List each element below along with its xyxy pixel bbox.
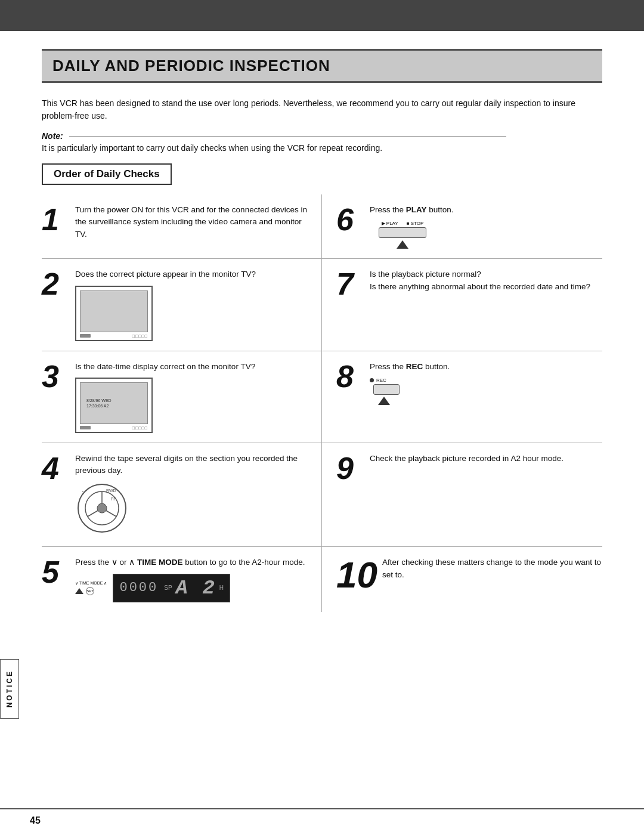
step-10-text: After checking these matters change to t… <box>382 556 602 581</box>
top-bar <box>0 0 644 31</box>
display-sp: SP <box>164 585 172 591</box>
step-number-7: 7 <box>336 268 365 299</box>
tv-bottom: □□□□□ <box>76 332 151 340</box>
display-screen: 0000 SP A 2 H <box>113 574 230 602</box>
timemode-controls: ∨ TIME MODE ∧ SET <box>75 581 107 595</box>
step-3-text: Is the date-time display correct on the … <box>75 361 309 373</box>
note-text: It is particularly important to carry ou… <box>42 143 602 153</box>
step-5-content: Press the ∨ or ∧ TIME MODE button to go … <box>75 556 309 602</box>
bottom-border <box>0 808 644 809</box>
play-stop-button <box>379 227 426 238</box>
step-7: 7 Is the playback picture normal?Is ther… <box>322 258 602 350</box>
step-number-4: 4 <box>42 453 70 484</box>
step-2-text: Does the correct picture appear in the m… <box>75 268 309 280</box>
main-content: DAILY AND PERIODIC INSPECTION This VCR h… <box>0 31 644 636</box>
step-10: 10 After checking these matters change t… <box>322 546 602 611</box>
timemode-illustration: ∨ TIME MODE ∧ SET 0000 SP A 2 H <box>75 574 309 602</box>
stop-label: ■ STOP <box>407 221 424 226</box>
timemode-labels: ∨ TIME MODE ∧ <box>75 581 107 586</box>
play-stop-illustration: ▶ PLAY ■ STOP <box>370 221 435 249</box>
step-number-8: 8 <box>336 361 365 392</box>
step-9-content: Check the playback picture recorded in A… <box>370 453 602 469</box>
svg-text:RWD: RWD <box>106 488 116 493</box>
rec-illustration: REC <box>370 378 602 405</box>
order-box-title: Order of Daily Checks <box>54 168 160 180</box>
set-arrow: SET <box>75 587 94 595</box>
step-6: 6 Press the PLAY button. ▶ PLAY ■ STOP <box>322 194 602 258</box>
timemode-label-text: ∨ TIME MODE ∧ <box>75 581 107 586</box>
step-7-content: Is the playback picture normal?Is there … <box>370 268 602 298</box>
rec-dot-icon <box>370 378 374 382</box>
reel-illustration: ← RWD FF <box>75 481 129 535</box>
rec-button <box>373 384 400 395</box>
rec-arrow-icon <box>378 397 390 405</box>
tv-counter: □□□□□ <box>132 334 148 338</box>
display-big: A 2 <box>176 577 216 599</box>
note-label: Note: <box>42 131 63 141</box>
step-number-9: 9 <box>336 453 365 484</box>
display-h: H <box>219 585 224 591</box>
tv-date-overlay: 8/28/96 WED17:30:06 A2 <box>86 398 112 409</box>
play-label: ▶ PLAY <box>382 221 398 226</box>
step-5: 5 Press the ∨ or ∧ TIME MODE button to g… <box>42 546 322 611</box>
step-number-5: 5 <box>42 556 70 587</box>
step-2: 2 Does the correct picture appear in the… <box>42 258 322 350</box>
tv-btn <box>80 334 91 338</box>
note-section: Note: It is particularly important to ca… <box>42 131 602 153</box>
notice-text: NOTICE <box>5 670 14 707</box>
order-box: Order of Daily Checks <box>42 163 172 185</box>
intro-text: This VCR has been designed to stand the … <box>42 97 602 122</box>
play-arrow-icon <box>397 240 408 249</box>
tv-screen <box>80 290 148 332</box>
step-1: 1 Turn the power ON for this VCR and for… <box>42 194 322 258</box>
step-1-text: Turn the power ON for this VCR and for t… <box>75 204 309 240</box>
note-divider <box>69 137 506 137</box>
step-number-10: 10 <box>336 556 377 593</box>
step-1-content: Turn the power ON for this VCR and for t… <box>75 204 309 245</box>
step-number-1: 1 <box>42 204 70 235</box>
tv-blank-illustration: □□□□□ <box>75 286 153 341</box>
step-8-text: Press the REC button. <box>370 361 602 373</box>
step-7-text: Is the playback picture normal?Is there … <box>370 268 602 293</box>
step-9-text: Check the playback picture recorded in A… <box>370 453 602 465</box>
tv-date-screen: 8/28/96 WED17:30:06 A2 <box>80 382 148 424</box>
step-2-content: Does the correct picture appear in the m… <box>75 268 309 341</box>
rec-label: REC <box>370 378 386 383</box>
step-3-content: Is the date-time display correct on the … <box>75 361 309 433</box>
step-10-content: After checking these matters change to t… <box>382 556 602 586</box>
play-stop-labels: ▶ PLAY ■ STOP <box>382 221 424 226</box>
step-number-2: 2 <box>42 268 70 299</box>
tv-date-illustration: 8/28/96 WED17:30:06 A2 □□□□□ <box>75 378 153 433</box>
step-9: 9 Check the playback picture recorded in… <box>322 443 602 547</box>
page-number: 45 <box>30 815 41 826</box>
step-8-content: Press the REC button. REC <box>370 361 602 405</box>
page-title: DAILY AND PERIODIC INSPECTION <box>52 57 592 75</box>
tv-date-btn <box>80 426 91 429</box>
step-6-content: Press the PLAY button. ▶ PLAY ■ STOP <box>370 204 602 249</box>
display-digits: 0000 <box>119 580 158 595</box>
step-8: 8 Press the REC button. REC <box>322 351 602 443</box>
tv-date-counter: □□□□□ <box>132 426 148 430</box>
set-circle-icon: SET <box>86 587 94 595</box>
svg-text:←: ← <box>81 488 86 494</box>
steps-grid: 1 Turn the power ON for this VCR and for… <box>42 194 602 612</box>
step-number-3: 3 <box>42 361 70 392</box>
svg-point-5 <box>97 503 107 513</box>
step-4: 4 Rewind the tape several digits on the … <box>42 443 322 547</box>
tv-date-bottom: □□□□□ <box>76 424 151 432</box>
step-4-content: Rewind the tape several digits on the se… <box>75 453 309 537</box>
notice-sidebar: NOTICE <box>0 659 19 719</box>
svg-text:FF: FF <box>111 497 116 501</box>
rec-text: REC <box>376 378 386 383</box>
step-5-text: Press the ∨ or ∧ TIME MODE button to go … <box>75 556 309 568</box>
step-3: 3 Is the date-time display correct on th… <box>42 351 322 443</box>
set-arrow-icon <box>75 588 83 594</box>
section-title-bar: DAILY AND PERIODIC INSPECTION <box>42 49 602 83</box>
step-4-text: Rewind the tape several digits on the se… <box>75 453 309 477</box>
step-number-6: 6 <box>336 204 365 235</box>
step-6-text: Press the PLAY button. <box>370 204 602 216</box>
